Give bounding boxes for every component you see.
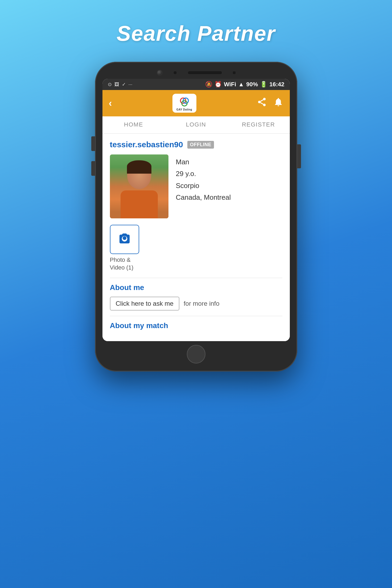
time-display: 16:42 — [269, 81, 284, 88]
notification-icon-2: 🖼 — [114, 82, 119, 87]
logo-text: GAY Dating — [176, 108, 192, 111]
phone-shell: ⊙ 🖼 ✓ ··· 🔕 ⏰ WiFi ▲ 90% 🔋 16:42 ‹ — [95, 62, 297, 371]
svg-line-7 — [260, 100, 263, 101]
back-button[interactable]: ‹ — [109, 98, 112, 109]
media-thumbnail[interactable] — [110, 225, 139, 254]
profile-photo — [110, 154, 168, 218]
svg-line-6 — [260, 103, 263, 104]
camera-icon — [118, 231, 131, 248]
status-bar: ⊙ 🖼 ✓ ··· 🔕 ⏰ WiFi ▲ 90% 🔋 16:42 — [102, 79, 290, 90]
media-label: Photo & Video (1) — [110, 256, 282, 271]
about-me-title: About me — [110, 283, 282, 292]
page-title: Search Partner — [117, 21, 275, 46]
wifi-icon: WiFi — [224, 81, 236, 88]
page-background: Search Partner ⊙ 🖼 ✓ ··· — [0, 0, 392, 588]
mute-icon: 🔕 — [205, 81, 212, 88]
info-gender: Man — [176, 157, 231, 167]
share-icon[interactable] — [257, 97, 267, 109]
logo-icon — [178, 95, 191, 108]
sensor — [173, 71, 177, 75]
speaker-grille — [188, 71, 222, 75]
svg-point-3 — [263, 98, 266, 100]
power-button — [297, 144, 301, 168]
divider-1 — [110, 278, 282, 278]
nav-bar: HOME LOGIN REGISTER — [102, 116, 290, 134]
front-camera — [157, 70, 163, 76]
svg-point-5 — [263, 104, 266, 106]
battery-level: 90% — [246, 81, 258, 88]
phone-screen: ⊙ 🖼 ✓ ··· 🔕 ⏰ WiFi ▲ 90% 🔋 16:42 ‹ — [102, 79, 290, 341]
nav-register[interactable]: REGISTER — [227, 116, 290, 133]
profile-body: Man 29 y.o. Scorpio Canada, Montreal — [110, 154, 282, 218]
nav-home[interactable]: HOME — [102, 116, 165, 133]
volume-buttons — [91, 136, 95, 176]
ask-me-row: Click here to ask me for more info — [110, 297, 282, 311]
divider-2 — [110, 316, 282, 316]
nav-login[interactable]: LOGIN — [165, 116, 227, 133]
about-match-section: About my match — [110, 321, 282, 330]
ask-me-suffix: for more info — [184, 300, 220, 307]
ask-me-button[interactable]: Click here to ask me — [110, 297, 179, 311]
info-location: Canada, Montreal — [176, 193, 231, 202]
profile-header: tessier.sebastien90 OFFLINE — [110, 140, 282, 149]
notification-icon-1: ⊙ — [108, 81, 112, 87]
phone-bottom-hardware — [102, 345, 290, 364]
notification-icon-3: ✓ — [122, 81, 126, 87]
alarm-icon: ⏰ — [214, 81, 222, 88]
status-bar-left: ⊙ 🖼 ✓ ··· — [108, 81, 133, 87]
media-section: Photo & Video (1) — [110, 225, 282, 271]
profile-content: tessier.sebastien90 OFFLINE — [102, 134, 290, 341]
phone-top-hardware — [102, 70, 290, 76]
bell-icon[interactable] — [273, 97, 283, 109]
status-bar-right: 🔕 ⏰ WiFi ▲ 90% 🔋 16:42 — [205, 81, 284, 88]
username: tessier.sebastien90 — [110, 140, 183, 149]
notification-icon-4: ··· — [129, 82, 133, 87]
app-toolbar: ‹ GAY Dating — [102, 90, 290, 116]
ir-sensor — [233, 71, 236, 74]
about-match-title: About my match — [110, 321, 282, 330]
about-me-section: About me Click here to ask me for more i… — [110, 283, 282, 311]
vol-up-button — [91, 136, 95, 151]
home-button[interactable] — [187, 345, 205, 364]
info-age: 29 y.o. — [176, 169, 231, 178]
vol-down-button — [91, 161, 95, 176]
app-logo: GAY Dating — [172, 94, 196, 113]
status-badge: OFFLINE — [187, 141, 214, 149]
info-sign: Scorpio — [176, 181, 231, 190]
signal-icon: ▲ — [238, 81, 244, 88]
profile-info: Man 29 y.o. Scorpio Canada, Montreal — [176, 154, 231, 218]
svg-point-4 — [258, 101, 261, 103]
toolbar-action-icons — [257, 97, 283, 109]
battery-icon: 🔋 — [260, 81, 267, 88]
